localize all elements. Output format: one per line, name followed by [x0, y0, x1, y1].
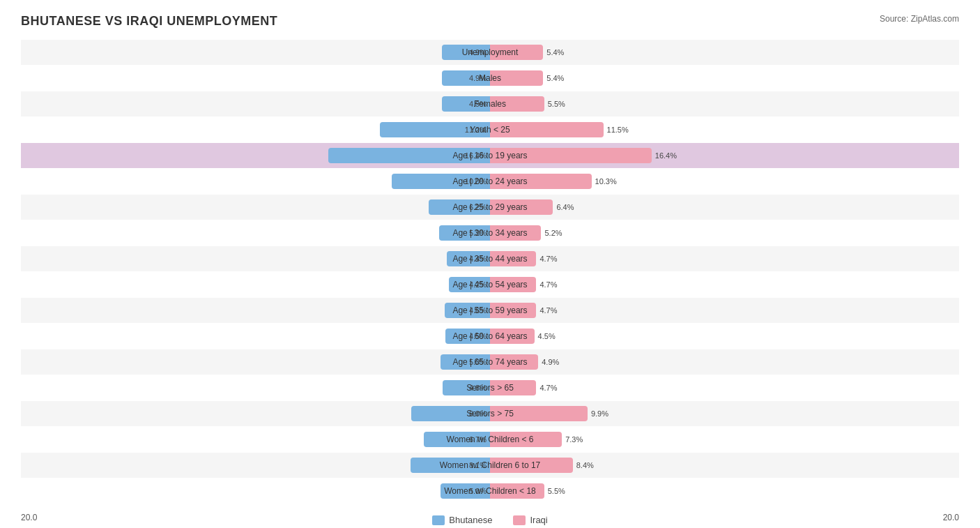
pink-bar: [490, 225, 541, 241]
pink-bar: [490, 174, 592, 189]
left-value: 6.7%: [465, 435, 490, 444]
bar-right-part: 4.9%: [490, 349, 959, 375]
chart-title: BHUTANESE VS IRAQI UNEMPLOYMENT: [21, 14, 277, 29]
bar-left-part: 4.9%: [21, 40, 490, 65]
iraqi-color-box: [513, 515, 526, 525]
chart-source: Source: ZipAtlas.com: [880, 14, 959, 24]
bar-right-part: 9.9%: [490, 401, 959, 426]
chart-row: 11.2%11.5%Youth < 25: [21, 117, 959, 142]
chart-row: 4.5%4.5%Age | 60 to 64 years: [21, 324, 959, 349]
right-value: 5.5%: [544, 100, 569, 108]
chart-row: 5.0%4.9%Age | 65 to 74 years: [21, 349, 959, 375]
pink-bar: [490, 406, 588, 421]
pink-bar: [490, 45, 543, 60]
chart-row: 4.6%4.7%Age | 55 to 59 years: [21, 298, 959, 323]
right-value: 5.5%: [544, 487, 569, 495]
bar-left-part: 8.1%: [21, 453, 490, 478]
left-value: 4.8%: [465, 384, 490, 392]
right-value: 5.2%: [541, 229, 566, 237]
left-value: 11.2%: [465, 126, 490, 134]
pink-bar: [490, 122, 604, 137]
pink-bar: [490, 380, 536, 395]
bar-left-part: 4.4%: [21, 246, 490, 271]
bar-right-part: 8.4%: [490, 453, 959, 478]
left-value: 4.9%: [465, 100, 490, 108]
left-value: 6.2%: [465, 203, 490, 211]
chart-row: 8.1%8.4%Women w/ Children 6 to 17: [21, 453, 959, 478]
bhutanese-color-box: [432, 515, 445, 525]
right-value: 4.9%: [538, 358, 563, 366]
right-value: 9.9%: [588, 409, 613, 418]
bar-left-part: 4.8%: [21, 375, 490, 400]
pink-bar: [490, 432, 562, 447]
bar-left-part: 6.2%: [21, 195, 490, 220]
right-value: 4.7%: [536, 280, 561, 289]
bar-left-part: 16.4%: [21, 143, 490, 168]
bar-right-part: 11.5%: [490, 117, 959, 142]
iraqi-label: Iraqi: [530, 515, 547, 525]
bar-right-part: 7.3%: [490, 427, 959, 452]
bar-left-part: 11.2%: [21, 117, 490, 142]
bar-left-part: 5.0%: [21, 478, 490, 504]
right-value: 11.5%: [604, 126, 629, 134]
pink-bar: [490, 483, 544, 499]
bar-right-part: 5.5%: [490, 478, 959, 504]
bar-right-part: 4.7%: [490, 272, 959, 297]
left-value: 4.9%: [465, 74, 490, 82]
axis-left: 20.0: [21, 513, 37, 522]
bar-right-part: 5.4%: [490, 66, 959, 91]
bar-left-part: 4.9%: [21, 91, 490, 116]
left-value: 10.0%: [465, 177, 490, 186]
chart-row: 4.9%5.4%Males: [21, 66, 959, 91]
right-value: 4.7%: [536, 306, 561, 315]
bar-left-part: 8.0%: [21, 401, 490, 426]
axis-row: 20.0 Bhutanese Iraqi 20.0: [21, 509, 959, 525]
left-value: 8.1%: [465, 461, 490, 469]
chart-row: 4.9%5.4%Unemployment: [21, 40, 959, 65]
right-value: 4.7%: [536, 255, 561, 263]
pink-bar: [490, 329, 535, 344]
chart-row: 6.2%6.4%Age | 25 to 29 years: [21, 195, 959, 220]
bar-right-part: 4.5%: [490, 324, 959, 349]
left-value: 4.6%: [465, 306, 490, 315]
pink-bar: [490, 199, 553, 215]
pink-bar: [490, 148, 652, 163]
bar-right-part: 4.7%: [490, 246, 959, 271]
left-value: 5.0%: [465, 487, 490, 495]
chart-row: 4.9%5.5%Females: [21, 91, 959, 116]
chart-body: 4.9%5.4%Unemployment4.9%5.4%Males4.9%5.5…: [21, 40, 959, 504]
bar-right-part: 6.4%: [490, 195, 959, 220]
bar-right-part: 5.5%: [490, 91, 959, 116]
pink-bar: [490, 96, 544, 112]
bar-left-part: 4.5%: [21, 324, 490, 349]
chart-row: 10.0%10.3%Age | 20 to 24 years: [21, 169, 959, 194]
bar-right-part: 5.2%: [490, 220, 959, 246]
bhutanese-label: Bhutanese: [449, 515, 492, 525]
bar-right-part: 5.4%: [490, 40, 959, 65]
left-value: 4.4%: [465, 255, 490, 263]
bar-left-part: 5.0%: [21, 349, 490, 375]
bar-right-part: 4.7%: [490, 298, 959, 323]
left-value: 4.5%: [465, 332, 490, 340]
chart-row: 4.4%4.7%Age | 35 to 44 years: [21, 246, 959, 271]
chart-row: 5.0%5.5%Women w/ Children < 18: [21, 478, 959, 504]
bar-left-part: 10.0%: [21, 169, 490, 194]
chart-header: BHUTANESE VS IRAQI UNEMPLOYMENT Source: …: [21, 14, 959, 29]
pink-bar: [490, 303, 536, 318]
bar-left-part: 4.9%: [21, 66, 490, 91]
right-value: 8.4%: [573, 461, 598, 469]
bar-right-part: 4.7%: [490, 375, 959, 400]
pink-bar: [490, 70, 543, 86]
axis-right: 20.0: [943, 513, 959, 522]
chart-row: 16.4%16.4%Age | 16 to 19 years: [21, 143, 959, 168]
pink-bar: [490, 251, 536, 266]
right-value: 6.4%: [553, 203, 578, 211]
chart-row: 5.2%5.2%Age | 30 to 34 years: [21, 220, 959, 246]
pink-bar: [490, 354, 538, 370]
pink-bar: [490, 277, 536, 292]
bar-left-part: 4.6%: [21, 298, 490, 323]
bar-left-part: 6.7%: [21, 427, 490, 452]
left-value: 4.2%: [465, 280, 490, 289]
bar-right-part: 10.3%: [490, 169, 959, 194]
right-value: 16.4%: [652, 151, 677, 160]
